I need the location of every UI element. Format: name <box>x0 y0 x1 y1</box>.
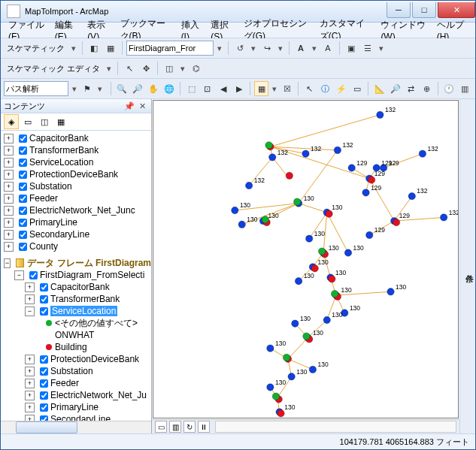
select-elements-icon[interactable]: ↖ <box>302 81 317 96</box>
tree-row[interactable]: ONWHAT <box>1 329 151 341</box>
clear-selection-icon[interactable]: ☒ <box>280 81 294 96</box>
move-icon[interactable]: ✥ <box>138 61 153 76</box>
list-by-visibility-icon[interactable]: ◫ <box>37 114 52 129</box>
layer-checkbox[interactable] <box>40 283 48 291</box>
layer-checkbox[interactable] <box>19 146 27 155</box>
tree-row[interactable]: +CapacitorBank <box>1 281 151 293</box>
layer-checkbox[interactable] <box>19 243 27 251</box>
measure-icon[interactable]: 📐 <box>372 81 387 96</box>
layout-icon[interactable]: ◫ <box>162 61 177 76</box>
layer-checkbox[interactable] <box>19 183 27 191</box>
tree-icon[interactable]: ⌬ <box>189 61 204 76</box>
full-extent-icon[interactable]: 🌐 <box>162 81 176 96</box>
list-by-selection-icon[interactable]: ▦ <box>53 114 68 129</box>
tree-row[interactable]: +PrimaryLine <box>1 216 151 228</box>
layer-checkbox[interactable] <box>40 355 48 364</box>
minimize-button[interactable]: ─ <box>387 2 411 18</box>
zoom-in-icon[interactable]: 🔍 <box>115 81 129 96</box>
map-hscroll[interactable] <box>215 421 456 433</box>
pause-drawing-icon[interactable]: ⏸ <box>198 421 210 433</box>
zoom-out-icon[interactable]: 🔎 <box>131 81 145 96</box>
right-dock-tab[interactable]: 条件 <box>459 99 475 433</box>
list-by-source-icon[interactable]: ▭ <box>20 114 35 129</box>
time-slider-icon[interactable]: 🕐 <box>442 81 456 96</box>
hyperlink-icon[interactable]: ⚡ <box>334 81 348 96</box>
select-features-icon[interactable]: ▦ <box>254 81 268 96</box>
tree-row[interactable]: +ProtectionDeviceBank <box>1 168 151 180</box>
layer-checkbox[interactable] <box>19 134 27 143</box>
fixed-zoom-out-icon[interactable]: ⊡ <box>200 81 214 96</box>
tree-row[interactable]: +TransformerBank <box>1 293 151 305</box>
goto-xy-icon[interactable]: ⊕ <box>420 81 434 96</box>
tree-row[interactable]: Building <box>1 341 151 353</box>
close-panel-icon[interactable]: ✕ <box>137 101 148 111</box>
refresh-icon[interactable]: ↺ <box>232 41 247 56</box>
layer-checkbox[interactable] <box>19 231 27 239</box>
layer-checkbox[interactable] <box>40 403 48 412</box>
list-by-drawing-icon[interactable]: ◈ <box>4 114 19 129</box>
dropdown-icon[interactable]: ▾ <box>105 62 114 75</box>
text-icon[interactable]: A <box>320 41 335 56</box>
tree-row[interactable]: +ProtectionDeviceBank <box>1 353 151 365</box>
dataframe-header[interactable]: −データ フレーム FirstDiagram <box>1 257 151 269</box>
layer-checkbox[interactable] <box>40 307 48 316</box>
layer-checkbox[interactable] <box>19 219 27 227</box>
html-popup-icon[interactable]: ▭ <box>350 81 364 96</box>
find-icon[interactable]: 🔎 <box>388 81 402 96</box>
tree-row[interactable]: +PrimaryLine <box>1 401 151 413</box>
tree-row[interactable]: +Feeder <box>1 377 151 389</box>
layer-checkbox[interactable] <box>19 195 27 203</box>
save-edits-icon[interactable]: ▣ <box>344 41 359 56</box>
layer-checkbox[interactable] <box>40 391 48 400</box>
layer-checkbox[interactable] <box>19 159 27 167</box>
identify-icon[interactable]: ⓘ <box>318 81 332 96</box>
layer-checkbox[interactable] <box>19 207 27 215</box>
route-combo[interactable] <box>4 81 68 96</box>
layer-checkbox[interactable] <box>40 367 48 376</box>
back-icon[interactable]: ◀ <box>216 81 230 96</box>
tree-row[interactable]: <その他の値すべて> <box>1 317 151 329</box>
tree-row[interactable]: +Feeder <box>1 192 151 204</box>
options-icon[interactable]: ☰ <box>360 41 375 56</box>
maximize-button[interactable]: □ <box>412 2 436 18</box>
tree-row[interactable]: −ServiceLocation <box>1 305 151 317</box>
bold-icon[interactable]: A <box>293 41 308 56</box>
tree-row[interactable]: +ElectricNetwork_Net_Junc <box>1 204 151 216</box>
pan-icon[interactable]: ✋ <box>146 81 160 96</box>
map-canvas[interactable]: 1321321321321321321291291291291291321321… <box>153 100 459 418</box>
tree-row[interactable]: +Substation <box>1 180 151 192</box>
tree-row[interactable]: +CapacitorBank <box>1 132 151 144</box>
close-button[interactable]: ✕ <box>438 2 475 18</box>
layer-tree[interactable]: +CapacitorBank+TransformerBank+ServiceLo… <box>1 131 151 421</box>
forward-icon[interactable]: ▶ <box>232 81 246 96</box>
tree-row[interactable]: +TransformerBank <box>1 144 151 156</box>
tree-row[interactable]: +County <box>1 240 151 252</box>
dropdown-icon[interactable]: ▾ <box>215 41 224 55</box>
tree-row[interactable]: +SecondaryLine <box>1 228 151 240</box>
find-route-icon[interactable]: ⇄ <box>404 81 418 96</box>
layout-view-icon[interactable]: ▥ <box>169 421 181 433</box>
tree-row[interactable]: +SecondaryLine <box>1 413 151 421</box>
data-view-icon[interactable]: ▭ <box>155 421 167 433</box>
propagate-icon[interactable]: ↪ <box>259 41 274 56</box>
tree-row[interactable]: +ElectricNetwork_Net_Ju <box>1 389 151 401</box>
pointer-icon[interactable]: ↖ <box>122 61 137 76</box>
diagram-combo[interactable] <box>126 41 214 56</box>
flag-icon[interactable]: ⚑ <box>80 81 94 96</box>
tree-row[interactable]: −FirstDiagram_FromSelecti <box>1 269 151 281</box>
pin-icon[interactable]: 📌 <box>122 101 137 111</box>
tree-row[interactable]: +Substation <box>1 365 151 377</box>
tree-row[interactable]: +ServiceLocation <box>1 156 151 168</box>
viewer-icon[interactable]: ▥ <box>458 81 472 96</box>
layer-checkbox[interactable] <box>40 295 48 304</box>
toc-hscroll[interactable] <box>1 421 151 433</box>
open-diagram-icon[interactable]: ▦ <box>103 41 118 56</box>
layer-checkbox[interactable] <box>40 379 48 388</box>
layer-checkbox[interactable] <box>29 271 38 279</box>
fixed-zoom-in-icon[interactable]: ⬚ <box>184 81 199 96</box>
new-diagram-icon[interactable]: ◧ <box>86 41 102 56</box>
layer-checkbox[interactable] <box>19 171 27 179</box>
refresh-view-icon[interactable]: ↻ <box>183 421 196 433</box>
layer-checkbox[interactable] <box>40 415 48 421</box>
dropdown-icon[interactable]: ▾ <box>69 41 78 55</box>
